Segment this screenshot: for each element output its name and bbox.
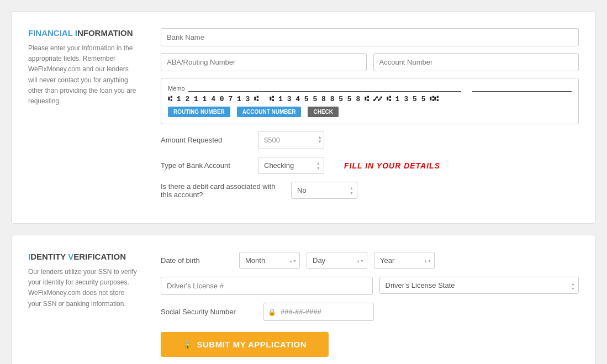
identity-right: Date of birth Month January February Mar… <box>161 252 579 357</box>
routing-account-row <box>161 53 579 71</box>
bank-type-label: Type of Bank Account <box>161 161 249 170</box>
month-select[interactable]: Month January February March April May J… <box>239 252 300 269</box>
submit-lock-icon: 🔒 <box>183 340 193 349</box>
ssn-input-wrapper: 🔒 <box>263 303 374 321</box>
check-labels-row: ROUTING NUMBER ACCOUNT NUMBER CHECK <box>168 107 572 117</box>
memo-label: Memo <box>168 85 185 92</box>
account-label-badge: ACCOUNT NUMBER <box>237 107 302 117</box>
debit-select-wrapper: No Yes <box>291 182 357 199</box>
micr-check: ⑆ 1 3 5 5 ⑆⑆ <box>387 95 439 103</box>
submit-label: SUBMIT MY APPLICATION <box>197 340 307 349</box>
routing-label-badge: ROUTING NUMBER <box>168 107 230 117</box>
bank-type-row: Type of Bank Account Checking Savings FI… <box>161 157 579 174</box>
financial-desc: Please enter your information in the app… <box>28 43 139 107</box>
micr-routing: ⑆ 1 2 1 1 4 0 7 1 3 ⑆ <box>168 95 258 103</box>
routing-input[interactable] <box>161 53 367 71</box>
title-nancial: NANCIAL <box>35 28 72 38</box>
identity-title-rest: DENTITY <box>30 252 68 261</box>
year-select-wrapper: Year <box>374 252 435 269</box>
ssn-label: Social Security Number <box>161 308 255 316</box>
identity-card: IDENTITY VERIFICATION Our lenders utiliz… <box>11 235 596 364</box>
dob-row: Date of birth Month January February Mar… <box>161 252 579 269</box>
memo-line-container: Memo <box>168 85 572 92</box>
check-label-badge: CHECK <box>308 107 339 117</box>
amount-wrapper: ▲▼ <box>258 131 324 149</box>
bank-name-input[interactable] <box>161 28 579 46</box>
day-select-wrapper: Day <box>307 252 367 269</box>
account-input[interactable] <box>373 53 579 71</box>
page-wrapper: FINANCIAL INFORMATION Please enter your … <box>11 11 596 364</box>
dob-label: Date of birth <box>161 256 233 265</box>
sig-underline <box>472 85 572 92</box>
amount-input[interactable] <box>258 131 324 149</box>
license-state-select[interactable]: Driver's License State Alabama Californi… <box>379 277 579 294</box>
month-select-wrapper: Month January February March April May J… <box>239 252 300 269</box>
day-select[interactable]: Day <box>307 252 367 269</box>
amount-row: Amount Requested ▲▼ <box>161 131 579 149</box>
check-numbers-row: ⑆ 1 2 1 1 4 0 7 1 3 ⑆ ⑆ 1 3 4 5 5 8 8 5 … <box>168 95 572 103</box>
amount-label: Amount Requested <box>161 136 249 144</box>
identity-left: IDENTITY VERIFICATION Our lenders utiliz… <box>28 252 139 357</box>
title-fi: FI <box>28 28 35 38</box>
license-state-select-wrapper: Driver's License State Alabama Californi… <box>379 277 579 295</box>
memo-underline <box>188 85 461 92</box>
ssn-row: Social Security Number 🔒 <box>161 303 579 321</box>
financial-title: FINANCIAL INFORMATION <box>28 28 139 38</box>
identity-title-v: V <box>68 252 73 261</box>
bank-type-select[interactable]: Checking Savings <box>258 157 324 174</box>
financial-left: FINANCIAL INFORMATION Please enter your … <box>28 28 139 207</box>
micr-account: ⑆ 1 3 4 5 5 8 8 5 5 8 ⑆ <box>270 95 369 103</box>
title-nformation: NFORMATION <box>77 28 133 38</box>
submit-button[interactable]: 🔒 SUBMIT MY APPLICATION <box>161 332 329 357</box>
year-select[interactable]: Year <box>374 252 435 269</box>
identity-title-erification: ERIFICATION <box>73 252 126 261</box>
check-diagram: Memo ⑆ 1 2 1 1 4 0 7 1 3 ⑆ ⑆ 1 3 4 5 5 8… <box>161 78 579 124</box>
identity-desc: Our lenders utilize your SSN to verify y… <box>28 267 139 309</box>
identity-title: IDENTITY VERIFICATION <box>28 252 139 261</box>
debit-select[interactable]: No Yes <box>291 182 357 199</box>
debit-row: Is there a debit card associated with th… <box>161 182 579 199</box>
financial-card: FINANCIAL INFORMATION Please enter your … <box>11 11 596 224</box>
ssn-input[interactable] <box>263 303 374 321</box>
financial-right: Memo ⑆ 1 2 1 1 4 0 7 1 3 ⑆ ⑆ 1 3 4 5 5 8… <box>161 28 579 207</box>
license-row: Driver's License State Alabama Californi… <box>161 277 579 295</box>
debit-label: Is there a debit card associated with th… <box>161 182 282 199</box>
license-number-input[interactable] <box>161 277 373 295</box>
fill-details-text: FILL IN YOUR DETAILS <box>344 161 440 170</box>
bank-type-select-wrapper: Checking Savings <box>258 157 324 174</box>
micr-sep2: ⑇⑇ <box>373 95 382 103</box>
ssn-lock-icon: 🔒 <box>268 308 276 316</box>
